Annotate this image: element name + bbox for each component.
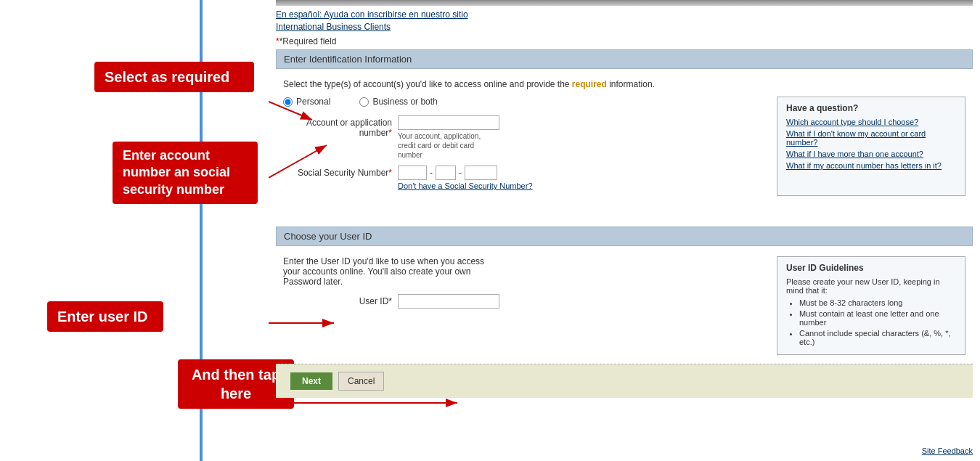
ssn-fields-row: - - [398,166,533,180]
business-radio[interactable] [359,97,369,107]
guideline-item-3: Cannot include special characters (&, %,… [799,329,956,346]
ssn-field-2[interactable] [436,166,456,180]
ssn-input-group: - - Don't have a Social Security Number? [398,166,533,190]
annotation-area: Select as required Enter accountnumber a… [0,0,269,461]
identification-form-col: Personal Business or both Account or app… [283,97,762,196]
identification-section-body: Select the type(s) of account(s) you'd l… [276,75,973,205]
guidelines-title: User ID Guidelines [786,263,956,273]
required-field-notice: **Required field [276,36,973,46]
user-id-label: User ID* [283,294,392,306]
identification-two-col: Personal Business or both Account or app… [283,97,965,196]
next-button[interactable]: Next [290,372,332,390]
user-id-two-col: Enter the User ID you'd like to use when… [283,256,965,355]
identification-instruction: Select the type(s) of account(s) you'd l… [283,79,965,89]
footer-bar: Next Cancel [276,364,973,398]
account-number-label: Account or applicationnumber* [283,115,392,138]
personal-radio-text: Personal [296,97,330,107]
guidelines-list: Must be 8-32 characters long Must contai… [786,298,956,346]
main-content: En español: Ayuda con inscribirse en nue… [269,0,980,461]
identification-section: Enter Identification Information Select … [276,49,973,205]
user-id-guidelines-box: User ID Guidelines Please create your ne… [777,256,965,355]
cancel-button[interactable]: Cancel [338,372,384,391]
identification-section-header: Enter Identification Information [276,49,973,69]
user-id-form-col: Enter the User ID you'd like to use when… [283,256,762,355]
international-link-row[interactable]: International Business Clients [276,22,973,32]
espanol-link[interactable]: En español: Ayuda con inscribirse en nue… [276,9,468,20]
user-id-section-header: Choose your User ID [276,227,973,246]
question-link-1[interactable]: Which account type should I choose? [786,118,956,126]
user-id-input-group [398,294,499,309]
section-gap [276,205,973,227]
annotation-select-required: Select as required [94,62,254,92]
have-question-title: Have a question? [786,103,956,113]
ssn-field-1[interactable] [398,166,427,180]
international-link[interactable]: International Business Clients [276,22,391,32]
site-feedback-link[interactable]: Site Feedback [922,446,973,455]
question-link-2[interactable]: What if I don't know my account or card … [786,129,956,147]
ssn-dash-2: - [459,168,462,178]
ssn-label: Social Security Number* [283,166,392,178]
business-radio-label[interactable]: Business or both [359,97,437,107]
ssn-dash-1: - [430,168,433,178]
have-question-box: Have a question? Which account type shou… [777,97,965,196]
user-id-section-body: Enter the User ID you'd like to use when… [276,252,973,364]
ssn-row: Social Security Number* - - [283,166,762,190]
account-number-input-group: Your account, application, credit card o… [398,115,499,160]
account-number-input[interactable] [398,115,499,130]
no-ssn-link[interactable]: Don't have a Social Security Number? [398,181,533,190]
personal-radio[interactable] [283,97,293,107]
guideline-item-2: Must contain at least one letter and one… [799,309,956,327]
espanol-link-row[interactable]: En español: Ayuda con inscribirse en nue… [276,9,973,20]
business-radio-text: Business or both [372,97,437,107]
account-type-radio-row: Personal Business or both [283,97,762,107]
annotation-enter-user-id: Enter user ID [47,301,163,332]
guideline-item-1: Must be 8-32 characters long [799,298,956,307]
guidelines-intro: Please create your new User ID, keeping … [786,277,956,295]
user-id-description: Enter the User ID you'd like to use when… [283,256,501,287]
question-link-4[interactable]: What if my account number has letters in… [786,161,956,170]
user-id-form-row: User ID* [283,294,762,309]
question-link-3[interactable]: What if I have more than one account? [786,150,956,158]
top-banner-image [276,0,973,6]
account-number-hint: Your account, application, credit card o… [398,131,499,160]
user-id-section: Choose your User ID Enter the User ID yo… [276,227,973,364]
account-number-row: Account or applicationnumber* Your accou… [283,115,762,160]
ssn-field-3[interactable] [465,166,497,180]
personal-radio-label[interactable]: Personal [283,97,330,107]
annotation-enter-account: Enter accountnumber an socialsecurity nu… [113,142,258,204]
user-id-input[interactable] [398,294,499,309]
